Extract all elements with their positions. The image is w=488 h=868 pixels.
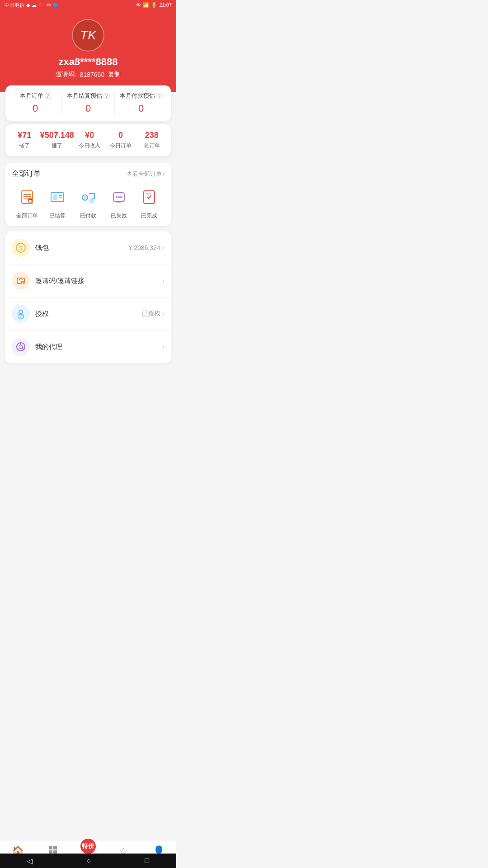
monthly-settlement: 本月结算预估 ? 0 xyxy=(61,92,114,114)
monthly-payment-value: 0 xyxy=(138,103,144,114)
invite-label: 邀请码/邀请链接 xyxy=(35,277,162,285)
invite-icon: ¥ xyxy=(12,272,30,290)
wallet-menu-item[interactable]: 钱包 ¥ 2086.324 › xyxy=(5,231,171,264)
monthly-orders-label: 本月订单 xyxy=(20,92,43,100)
svg-point-15 xyxy=(118,196,120,198)
help-icon-1[interactable]: ? xyxy=(45,93,51,99)
view-all-orders-button[interactable]: 查看全部订单 › xyxy=(127,170,164,178)
svg-point-12 xyxy=(89,198,94,203)
earned-label: 赚了 xyxy=(52,142,62,150)
today-income-label: 今日收入 xyxy=(79,142,100,150)
settled-label: 已结算 xyxy=(49,212,66,220)
svg-point-19 xyxy=(16,243,25,252)
invite-code-value: 8187660 xyxy=(80,71,105,78)
today-orders-value: 0 xyxy=(118,131,123,140)
today-orders: 0 今日订单 xyxy=(105,131,136,150)
orders-header: 全部订单 查看全部订单 › xyxy=(12,169,164,179)
completed-icon[interactable]: 已完成 xyxy=(138,186,160,220)
wallet-icon xyxy=(12,239,30,257)
saved-amount: ¥71 省了 xyxy=(9,131,40,150)
wallet-chevron: › xyxy=(162,244,164,252)
content-area: 本月订单 ? 0 本月结算预估 ? 0 本月付款预估 ? 0 xyxy=(0,92,176,401)
stats-container: 本月订单 ? 0 本月结算预估 ? 0 本月付款预估 ? 0 xyxy=(5,85,171,156)
invite-right: › xyxy=(162,277,164,285)
svg-rect-7 xyxy=(53,194,57,200)
total-orders-value: 238 xyxy=(145,131,159,140)
monthly-settlement-value: 0 xyxy=(85,103,91,114)
status-bar: 中国电信 ◆ ☁ 🔴 ✉ 🔷 👁 📶 🔋 21:07 xyxy=(0,0,176,10)
agent-chevron: › xyxy=(162,343,164,351)
wallet-value: ¥ 2086.324 xyxy=(129,244,160,251)
monthly-orders-value: 0 xyxy=(33,103,38,114)
svg-point-27 xyxy=(19,345,23,349)
username: zxa8****8888 xyxy=(59,56,118,68)
orders-section: 全部订单 查看全部订单 › ⏰ 全部订单 xyxy=(5,163,171,226)
copy-button[interactable]: 复制 xyxy=(108,71,121,79)
total-orders-label: 总订单 xyxy=(144,142,160,150)
status-right: 👁 📶 🔋 21:07 xyxy=(136,2,172,8)
app-icon-3: 🔷 xyxy=(52,2,59,8)
agent-right: › xyxy=(162,343,164,351)
auth-right: 已授权 › xyxy=(141,310,164,318)
svg-text:⏰: ⏰ xyxy=(28,198,33,203)
wallet-label: 钱包 xyxy=(35,244,129,252)
auth-menu-item[interactable]: ¥ 授权 已授权 › xyxy=(5,297,171,330)
invite-chevron: › xyxy=(162,277,164,285)
view-all-label: 查看全部订单 xyxy=(127,170,162,178)
eye-icon: 👁 xyxy=(136,2,141,8)
svg-text:¥: ¥ xyxy=(22,281,24,285)
paid-label: 已付款 xyxy=(80,212,96,220)
time-text: 21:07 xyxy=(159,2,172,8)
svg-text:¥: ¥ xyxy=(20,315,22,318)
auth-chevron: › xyxy=(162,310,164,318)
auth-value: 已授权 xyxy=(141,310,160,318)
help-icon-2[interactable]: ? xyxy=(103,93,110,99)
profile-header: TK zxa8****8888 邀请码: 8187660 复制 xyxy=(0,10,176,92)
svg-line-29 xyxy=(22,348,24,350)
invite-menu-item[interactable]: ¥ 邀请码/邀请链接 › xyxy=(5,264,171,297)
monthly-payment-label: 本月付款预估 xyxy=(120,92,155,100)
avatar: TK xyxy=(72,19,104,52)
completed-icon-box xyxy=(138,186,160,208)
svg-point-23 xyxy=(19,310,23,314)
today-income: ¥0 今日收入 xyxy=(74,131,105,150)
menu-list: 钱包 ¥ 2086.324 › ¥ 邀请码/邀请链接 › xyxy=(5,231,171,363)
monthly-stats-card: 本月订单 ? 0 本月结算预估 ? 0 本月付款预估 ? 0 xyxy=(5,85,171,121)
total-orders: 238 总订单 xyxy=(136,131,167,150)
completed-label: 已完成 xyxy=(141,212,157,220)
agent-label: 我的代理 xyxy=(35,343,162,351)
invite-code-row: 邀请码: 8187660 复制 xyxy=(56,71,121,79)
auth-icon: ¥ xyxy=(12,305,30,323)
settled-icon[interactable]: 已结算 xyxy=(46,186,69,220)
auth-label: 授权 xyxy=(35,310,141,318)
orders-section-title: 全部订单 xyxy=(12,169,41,179)
all-orders-label: 全部订单 xyxy=(16,212,38,220)
daily-stats-card: ¥71 省了 ¥507.148 赚了 ¥0 今日收入 0 今日订单 238 总订… xyxy=(5,124,171,156)
battery-icon: 🔋 xyxy=(151,2,157,8)
carrier-text: 中国电信 xyxy=(5,2,24,9)
settled-icon-box xyxy=(46,186,69,208)
monthly-orders: 本月订单 ? 0 xyxy=(9,92,61,114)
expired-icon[interactable]: 已失效 xyxy=(108,186,130,220)
all-orders-icon-box: ⏰ xyxy=(16,186,38,208)
svg-point-16 xyxy=(120,196,122,198)
paid-icon-box xyxy=(77,186,99,208)
monthly-payment: 本月付款预估 ? 0 xyxy=(114,92,167,114)
today-income-value: ¥0 xyxy=(85,131,94,140)
app-icon-1: 🔴 xyxy=(38,2,45,8)
all-orders-icon[interactable]: ⏰ 全部订单 xyxy=(16,186,38,220)
wallet-right: ¥ 2086.324 › xyxy=(129,244,164,252)
saved-label: 省了 xyxy=(19,142,30,150)
agent-icon xyxy=(12,338,30,356)
agent-menu-item[interactable]: 我的代理 › xyxy=(5,330,171,363)
expired-icon-box xyxy=(108,186,130,208)
invite-label: 邀请码: xyxy=(56,71,76,79)
today-orders-label: 今日订单 xyxy=(110,142,131,150)
expired-label: 已失效 xyxy=(111,212,127,220)
status-left: 中国电信 ◆ ☁ 🔴 ✉ 🔷 xyxy=(5,2,59,9)
signal-icon: ◆ xyxy=(26,2,30,8)
view-all-chevron: › xyxy=(163,170,164,177)
help-icon-3[interactable]: ? xyxy=(156,93,163,99)
orders-icons-row: ⏰ 全部订单 已结算 xyxy=(12,186,164,220)
paid-icon[interactable]: 已付款 xyxy=(77,186,99,220)
